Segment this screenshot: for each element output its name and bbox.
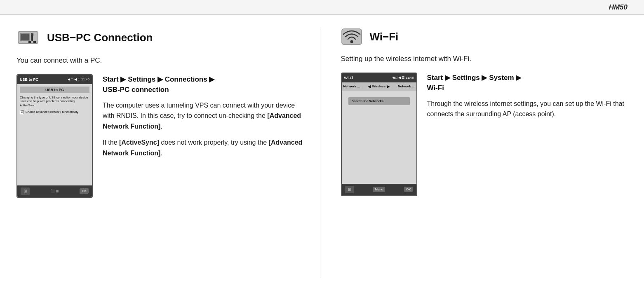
usb-body-para1: The computer uses a tunneling VPS can co… xyxy=(103,100,303,132)
phone-ok-btn: OK xyxy=(80,188,89,194)
usb-section-title: USB−PC Connection xyxy=(47,31,153,44)
usb-nav-path: Start ▶ Settings ▶ Connections ▶ USB-PC … xyxy=(103,74,303,95)
wifi-text-content: Start ▶ Settings ▶ System ▶ Wi-Fi Throug… xyxy=(427,73,628,196)
phone-screen-text: Changing the type of USB connection your… xyxy=(20,96,89,108)
phone-bottombar: ⊞ ⬛ ▦ OK xyxy=(17,185,92,197)
svg-rect-4 xyxy=(31,36,33,40)
usb-section-header: USB−PC Connection xyxy=(16,27,303,48)
usb-phone-screenshot: USB to PC ◀ □ ◀ ☰ 11:45 USB to PC Changi… xyxy=(16,74,93,198)
usb-section: USB−PC Connection You can connect with a… xyxy=(16,27,320,278)
wifi-nav-bar: Network ... ◀ Wireless ▶ Network ... xyxy=(342,82,416,91)
wifi-body-text: Through the wireless internet settings, … xyxy=(427,98,628,120)
phone-start-btn: ⊞ xyxy=(21,188,30,195)
phone-checkbox-row: ✗ Enable advanced network functionality xyxy=(20,110,89,114)
usb-text-content: Start ▶ Settings ▶ Connections ▶ USB-PC … xyxy=(103,74,303,198)
usb-sub-content: USB to PC ◀ □ ◀ ☰ 11:45 USB to PC Changi… xyxy=(16,74,303,198)
page-header: HM50 xyxy=(0,0,644,15)
svg-point-11 xyxy=(350,40,353,43)
usb-icon xyxy=(16,27,40,48)
usb-intro-text: You can connect with a PC. xyxy=(16,55,303,66)
svg-rect-2 xyxy=(21,34,29,40)
wifi-nav-path: Start ▶ Settings ▶ System ▶ Wi-Fi xyxy=(427,73,628,94)
wifi-sub-content: Wi-Fi ◀ □ ◀ ☰ 11:48 Network ... ◀ Wirele… xyxy=(341,73,628,196)
phone-checkbox: ✗ xyxy=(20,110,24,114)
wifi-phone-topbar: Wi-Fi ◀ □ ◀ ☰ 11:48 xyxy=(342,73,416,82)
wifi-icon xyxy=(341,27,362,46)
wifi-phone-bottombar: ⊞ Menu OK xyxy=(342,184,416,195)
wifi-section-title: Wi−Fi xyxy=(370,30,399,43)
svg-rect-8 xyxy=(33,41,36,43)
phone-checkbox-label: Enable advanced network functionality xyxy=(26,110,78,114)
phone-screen-title: USB to PC xyxy=(20,87,89,93)
wifi-section-header: Wi−Fi xyxy=(341,27,628,46)
svg-rect-7 xyxy=(28,41,31,43)
wifi-search-btn: Search for Networks xyxy=(348,97,410,105)
wifi-phone-start-btn: ⊞ xyxy=(345,186,354,193)
wifi-menu-btn: Menu xyxy=(373,187,385,192)
wifi-ok-btn: OK xyxy=(404,187,413,192)
wifi-intro-text: Setting up the wireless internet with Wi… xyxy=(341,54,628,64)
main-content: USB−PC Connection You can connect with a… xyxy=(0,15,644,286)
phone-nav-icons: ⬛ ▦ xyxy=(51,189,59,193)
phone-topbar: USB to PC ◀ □ ◀ ☰ 11:45 xyxy=(17,75,92,84)
page-title: HM50 xyxy=(609,3,628,12)
usb-body-para2: If the [ActiveSync] does not work proper… xyxy=(103,137,303,158)
wifi-phone-screenshot: Wi-Fi ◀ □ ◀ ☰ 11:48 Network ... ◀ Wirele… xyxy=(341,73,417,196)
wifi-section: Wi−Fi Setting up the wireless internet w… xyxy=(320,27,628,278)
